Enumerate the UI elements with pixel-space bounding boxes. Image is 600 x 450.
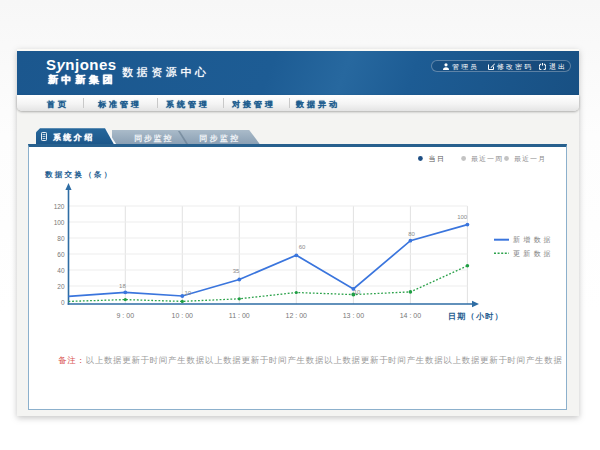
svg-text:最近一周: 最近一周 — [471, 155, 503, 162]
svg-text:10: 10 — [354, 289, 361, 295]
svg-text:11 : 00: 11 : 00 — [229, 312, 250, 319]
svg-text:60: 60 — [299, 244, 306, 250]
svg-text:40: 40 — [57, 267, 65, 274]
svg-text:60: 60 — [57, 251, 65, 258]
svg-text:14 : 00: 14 : 00 — [400, 312, 422, 319]
svg-text:当日: 当日 — [429, 155, 446, 163]
svg-text:18: 18 — [119, 283, 126, 289]
svg-text:35: 35 — [233, 268, 240, 274]
svg-text:80: 80 — [408, 231, 415, 237]
svg-text:80: 80 — [57, 235, 65, 242]
svg-text:日期（小时）: 日期（小时） — [448, 312, 504, 321]
svg-text:12 : 00: 12 : 00 — [286, 312, 308, 319]
svg-text:100: 100 — [457, 214, 468, 220]
svg-text:新增数据: 新增数据 — [513, 235, 554, 244]
svg-text:最近一月: 最近一月 — [514, 155, 546, 163]
svg-text:0: 0 — [61, 299, 65, 306]
svg-text:数据交换（条）: 数据交换（条） — [44, 170, 114, 179]
svg-text:13 : 00: 13 : 00 — [343, 312, 365, 319]
svg-text:100: 100 — [54, 219, 65, 226]
svg-text:20: 20 — [57, 283, 65, 290]
svg-text:9 : 00: 9 : 00 — [117, 312, 135, 319]
svg-text:120: 120 — [54, 203, 65, 210]
svg-text:10: 10 — [184, 290, 191, 296]
svg-text:更新数据: 更新数据 — [513, 249, 554, 258]
svg-text:10 : 00: 10 : 00 — [172, 312, 194, 319]
